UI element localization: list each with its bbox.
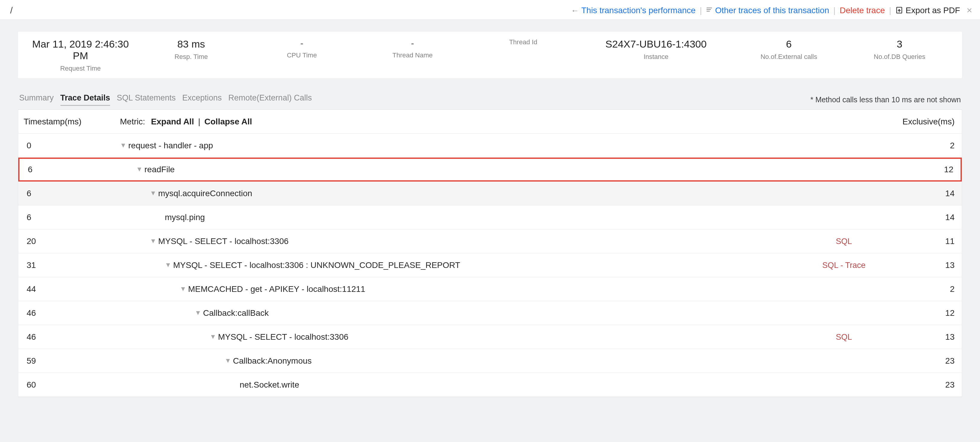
cell-timestamp: 44 <box>18 285 120 294</box>
metric-text: Callback:Anonymous <box>233 356 312 366</box>
table-row[interactable]: 60net.Socket.write23 <box>18 373 962 397</box>
delete-trace-link[interactable]: Delete trace <box>840 6 885 15</box>
cell-metric: ▼readFile <box>121 165 792 174</box>
top-bar: / ← This transaction's performance | Oth… <box>0 0 980 20</box>
collapse-all-button[interactable]: Collapse All <box>204 117 252 127</box>
collapse-toggle-icon[interactable]: ▼ <box>180 285 186 293</box>
collapse-toggle-icon[interactable]: ▼ <box>225 357 231 364</box>
cell-timestamp: 60 <box>18 380 120 390</box>
cell-metric: mysql.ping <box>120 213 793 222</box>
collapse-toggle-icon[interactable]: ▼ <box>210 333 216 340</box>
close-button[interactable]: × <box>964 5 972 16</box>
metric-text: net.Socket.write <box>240 380 299 390</box>
cell-exclusive: 14 <box>895 213 955 222</box>
tab-trace-details[interactable]: Trace Details <box>60 93 110 106</box>
cell-exclusive: 13 <box>895 261 955 270</box>
table-row[interactable]: 6▼readFile12 <box>18 157 962 181</box>
cell-tag[interactable]: SQL <box>793 332 895 342</box>
link-label: This transaction's performance <box>581 6 695 15</box>
tab-summary[interactable]: Summary <box>19 93 54 106</box>
cell-timestamp: 46 <box>18 332 120 342</box>
summary-db-queries: 3 No.of.DB Queries <box>844 38 955 72</box>
metric-text: readFile <box>145 165 175 174</box>
summary-thread-name: - Thread Name <box>357 38 468 72</box>
cell-exclusive: 2 <box>895 141 955 150</box>
link-label: Other traces of this transaction <box>715 6 829 15</box>
summary-label: Request Time <box>25 65 136 72</box>
summary-label: No.of.DB Queries <box>844 53 955 61</box>
metric-text: MYSQL - SELECT - localhost:3306 <box>218 332 348 342</box>
tabs-note: * Method calls less than 10 ms are not s… <box>810 95 961 104</box>
arrow-left-icon: ← <box>571 6 579 15</box>
separator: | <box>700 6 702 15</box>
other-traces-link[interactable]: Other traces of this transaction <box>706 6 829 15</box>
cell-timestamp: 31 <box>18 261 120 270</box>
table-row[interactable]: 59▼Callback:Anonymous23 <box>18 349 962 373</box>
expand-all-button[interactable]: Expand All <box>151 117 194 127</box>
summary-label: CPU Time <box>247 51 357 59</box>
summary-label: Resp. Time <box>136 53 247 61</box>
sql-link[interactable]: SQL <box>836 332 852 342</box>
separator: | <box>889 6 891 15</box>
cell-exclusive: 11 <box>895 237 955 246</box>
header-metric: Metric: Expand All | Collapse All <box>120 117 793 127</box>
metric-text: MYSQL - SELECT - localhost:3306 : UNKNOW… <box>173 261 460 270</box>
header-timestamp: Timestamp(ms) <box>18 117 120 127</box>
pdf-icon <box>895 6 903 16</box>
tab-sql-statements[interactable]: SQL Statements <box>117 93 176 106</box>
metric-label: Metric: <box>120 117 145 127</box>
cell-exclusive: 12 <box>895 308 955 318</box>
summary-value: - <box>247 38 357 48</box>
cell-exclusive: 13 <box>895 332 955 342</box>
sql-link[interactable]: SQL <box>836 237 852 246</box>
collapse-toggle-icon[interactable]: ▼ <box>150 237 156 245</box>
transaction-performance-link[interactable]: ← This transaction's performance <box>571 6 695 15</box>
cell-metric: ▼MYSQL - SELECT - localhost:3306 <box>120 237 793 246</box>
cell-exclusive: 2 <box>895 285 955 294</box>
summary-request-time: Mar 11, 2019 2:46:30 PM Request Time <box>25 38 136 72</box>
cell-tag[interactable]: SQL <box>793 237 895 246</box>
collapse-toggle-icon[interactable]: ▼ <box>165 261 172 269</box>
summary-label: Thread Name <box>357 51 468 59</box>
tabs-row: Summary Trace Details SQL Statements Exc… <box>18 93 962 110</box>
collapse-toggle-icon[interactable]: ▼ <box>120 142 127 149</box>
sql-link[interactable]: SQL - Trace <box>822 261 866 270</box>
summary-instance: S24X7-UBU16-1:4300 Instance <box>579 38 733 72</box>
content: Mar 11, 2019 2:46:30 PM Request Time 83 … <box>0 20 980 409</box>
metric-text: Callback:callBack <box>203 308 269 318</box>
cell-timestamp: 6 <box>19 165 121 174</box>
header-exclusive: Exclusive(ms) <box>895 117 955 127</box>
cell-metric: ▼MYSQL - SELECT - localhost:3306 <box>120 332 793 342</box>
cell-exclusive: 23 <box>895 380 955 390</box>
link-label: Delete trace <box>840 6 885 15</box>
cell-exclusive: 23 <box>895 356 955 366</box>
table-row[interactable]: 46▼MYSQL - SELECT - localhost:3306SQL13 <box>18 325 962 349</box>
tab-remote-calls[interactable]: Remote(External) Calls <box>228 93 312 106</box>
separator: | <box>834 6 835 15</box>
table-row[interactable]: 20▼MYSQL - SELECT - localhost:3306SQL11 <box>18 229 962 253</box>
collapse-toggle-icon[interactable]: ▼ <box>150 189 156 197</box>
table-header-row: Timestamp(ms) Metric: Expand All | Colla… <box>18 110 962 134</box>
summary-value: Mar 11, 2019 2:46:30 PM <box>25 38 136 62</box>
table-row[interactable]: 46▼Callback:callBack12 <box>18 301 962 325</box>
summary-label: Thread Id <box>468 38 579 46</box>
metric-text: mysql.ping <box>165 213 205 222</box>
table-row[interactable]: 6▼mysql.acquireConnection14 <box>18 181 962 205</box>
cell-exclusive: 14 <box>895 189 955 198</box>
cell-metric: ▼MEMCACHED - get - APIKEY - localhost:11… <box>120 285 793 294</box>
summary-label: Instance <box>579 53 733 61</box>
cell-tag[interactable]: SQL - Trace <box>793 261 895 270</box>
export-pdf-link[interactable]: Export as PDF <box>895 5 960 16</box>
summary-value: 3 <box>844 38 955 50</box>
metric-text: mysql.acquireConnection <box>158 189 252 198</box>
summary-resp-time: 83 ms Resp. Time <box>136 38 247 72</box>
table-row[interactable]: 31▼MYSQL - SELECT - localhost:3306 : UNK… <box>18 253 962 277</box>
tab-exceptions[interactable]: Exceptions <box>182 93 222 106</box>
table-row[interactable]: 44▼MEMCACHED - get - APIKEY - localhost:… <box>18 277 962 301</box>
table-row[interactable]: 6mysql.ping14 <box>18 205 962 229</box>
collapse-toggle-icon[interactable]: ▼ <box>136 165 143 173</box>
collapse-toggle-icon[interactable]: ▼ <box>195 309 201 317</box>
cell-timestamp: 6 <box>18 213 120 222</box>
cell-metric: ▼MYSQL - SELECT - localhost:3306 : UNKNO… <box>120 261 793 270</box>
table-row[interactable]: 0▼request - handler - app2 <box>18 134 962 157</box>
